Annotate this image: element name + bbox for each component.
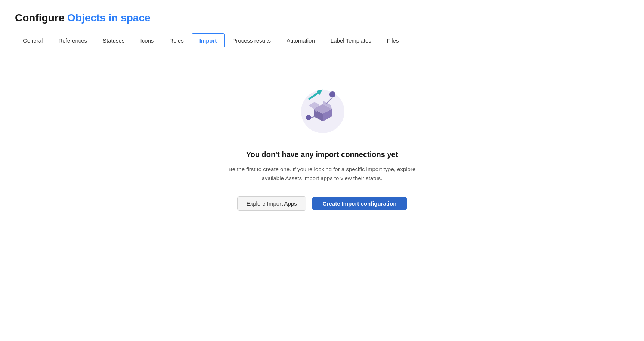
actions-row: Explore Import Apps Create Import config… (237, 196, 407, 211)
explore-import-apps-button[interactable]: Explore Import Apps (237, 196, 306, 211)
tab-process-results[interactable]: Process results (225, 33, 279, 47)
create-import-configuration-button[interactable]: Create Import configuration (312, 197, 407, 210)
tab-automation[interactable]: Automation (279, 33, 323, 47)
main-content: You don't have any import connections ye… (0, 47, 644, 233)
page-title-highlight: Objects in space (67, 12, 151, 24)
page-title: Configure Objects in space (15, 12, 629, 24)
empty-state-illustration (292, 77, 352, 137)
tabs-container: General References Statuses Icons Roles … (15, 33, 629, 47)
page-container: Configure Objects in space General Refer… (0, 0, 644, 47)
svg-point-8 (329, 91, 335, 97)
tab-icons[interactable]: Icons (132, 33, 161, 47)
empty-state-title: You don't have any import connections ye… (246, 150, 398, 159)
tab-roles[interactable]: Roles (161, 33, 191, 47)
tab-label-templates[interactable]: Label Templates (323, 33, 379, 47)
svg-point-10 (306, 115, 311, 120)
tab-import[interactable]: Import (192, 33, 225, 47)
tab-files[interactable]: Files (379, 33, 407, 47)
tab-statuses[interactable]: Statuses (95, 33, 132, 47)
tabs-nav: General References Statuses Icons Roles … (15, 33, 629, 47)
empty-state-description: Be the first to create one. If you're lo… (217, 165, 427, 183)
tab-references[interactable]: References (50, 33, 95, 47)
page-title-prefix: Configure (15, 12, 64, 24)
tab-general[interactable]: General (15, 33, 50, 47)
